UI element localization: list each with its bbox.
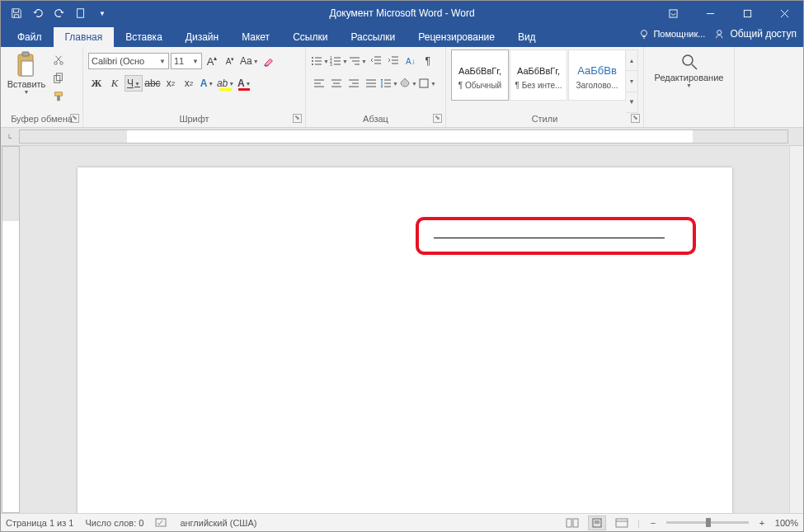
superscript-button[interactable]: x2 — [181, 75, 197, 92]
tab-file[interactable]: Файл — [6, 27, 54, 47]
styles-down-icon[interactable]: ▾ — [626, 71, 637, 92]
tab-home[interactable]: Главная — [54, 27, 115, 47]
document-page[interactable] — [78, 167, 732, 513]
align-center-icon[interactable] — [328, 75, 345, 92]
view-print-icon[interactable] — [588, 516, 606, 530]
vertical-ruler[interactable] — [2, 146, 20, 513]
tab-design[interactable]: Дизайн — [174, 27, 230, 47]
tell-me[interactable]: Помощник... — [638, 28, 705, 40]
indent-icon[interactable] — [385, 53, 402, 69]
styles-dialog-icon[interactable]: ⬊ — [631, 114, 640, 123]
svg-rect-67 — [616, 519, 628, 527]
tab-layout[interactable]: Макет — [230, 27, 281, 47]
cut-icon[interactable] — [50, 53, 67, 68]
italic-button[interactable]: К — [106, 75, 123, 92]
bullets-icon[interactable]: ▼ — [311, 53, 329, 69]
qat-dropdown-icon[interactable]: ▼ — [93, 4, 111, 22]
subscript-button[interactable]: x2 — [162, 75, 179, 92]
underline-button[interactable]: Ч▼ — [125, 75, 143, 92]
multilevel-icon[interactable]: ▼ — [349, 53, 367, 69]
zoom-value[interactable]: 100% — [775, 518, 798, 528]
font-size-combo[interactable]: 11▼ — [171, 53, 202, 69]
tab-review[interactable]: Рецензирование — [407, 27, 506, 47]
minimize-icon[interactable] — [692, 1, 729, 26]
style-no-spacing[interactable]: АаБбВвГг, ¶ Без инте... — [510, 49, 567, 101]
highlight-icon[interactable]: ab▼ — [217, 75, 234, 92]
line-spacing-icon[interactable]: ▼ — [380, 75, 398, 92]
shrink-font-icon[interactable]: A▾ — [222, 53, 238, 69]
redo-icon[interactable] — [50, 4, 68, 22]
ribbon-options-icon[interactable] — [655, 1, 692, 26]
borders-icon[interactable]: ▼ — [418, 75, 436, 92]
format-painter-icon[interactable] — [50, 89, 67, 104]
styles-label: Стили — [532, 114, 558, 124]
justify-icon[interactable] — [363, 75, 379, 92]
zoom-slider[interactable] — [666, 521, 749, 524]
outdent-icon[interactable] — [368, 53, 384, 69]
style-heading1[interactable]: АаБбВв Заголово... — [568, 49, 626, 101]
zoom-out-icon[interactable]: − — [646, 518, 660, 528]
zoom-in-icon[interactable]: + — [755, 518, 769, 528]
font-color-icon[interactable]: A▼ — [236, 75, 252, 92]
styles-up-icon[interactable]: ▴ — [626, 50, 637, 71]
save-icon[interactable] — [7, 4, 26, 22]
svg-line-15 — [56, 56, 61, 62]
svg-line-60 — [692, 64, 697, 69]
horizontal-ruler[interactable] — [19, 129, 788, 144]
share-button[interactable]: Общий доступ — [715, 28, 797, 40]
status-words[interactable]: Число слов: 0 — [85, 518, 143, 528]
pilcrow-icon[interactable]: ¶ — [420, 53, 436, 69]
copy-icon[interactable] — [50, 71, 67, 86]
new-doc-icon[interactable] — [72, 4, 90, 22]
tab-insert[interactable]: Вставка — [114, 27, 174, 47]
svg-point-22 — [312, 57, 313, 59]
tab-selector-icon[interactable]: ˪ — [1, 128, 19, 145]
svg-rect-58 — [420, 79, 428, 87]
font-dialog-icon[interactable]: ⬊ — [293, 114, 302, 123]
clipboard-dialog-icon[interactable]: ⬊ — [70, 114, 79, 123]
vertical-scrollbar[interactable] — [789, 146, 803, 513]
svg-point-26 — [312, 64, 313, 65]
align-left-icon[interactable] — [311, 75, 327, 92]
bold-button[interactable]: Ж — [88, 75, 105, 92]
quick-access-toolbar: ▼ — [1, 4, 111, 22]
svg-point-14 — [60, 62, 63, 65]
status-bar: Страница 1 из 1 Число слов: 0 английский… — [1, 513, 803, 531]
undo-icon[interactable] — [29, 4, 47, 22]
tell-me-label: Помощник... — [653, 29, 705, 39]
numbering-icon[interactable]: 123▼ — [330, 53, 348, 69]
styles-expand-icon[interactable]: ▼ — [626, 92, 637, 112]
maximize-icon[interactable] — [729, 1, 766, 26]
style-normal[interactable]: АаБбВвГг, ¶ Обычный — [451, 49, 509, 101]
bulb-icon — [638, 28, 650, 40]
paste-button[interactable]: Вставить ▼ — [6, 49, 47, 113]
para-dialog-icon[interactable]: ⬊ — [433, 114, 442, 123]
text-effects-icon[interactable]: A▼ — [199, 75, 215, 92]
svg-text:3: 3 — [330, 62, 332, 67]
tab-references[interactable]: Ссылки — [281, 27, 339, 47]
svg-rect-20 — [57, 96, 60, 101]
tab-view[interactable]: Вид — [506, 27, 548, 47]
editing-button[interactable]: Редактирование ▼ — [652, 49, 726, 113]
view-read-icon[interactable] — [563, 516, 581, 530]
sort-icon[interactable]: A↓ — [402, 53, 419, 69]
change-case-icon[interactable]: Aa▼ — [240, 53, 259, 69]
status-language[interactable]: английский (США) — [180, 518, 256, 528]
grow-font-icon[interactable]: A▴ — [204, 53, 220, 69]
close-icon[interactable] — [766, 1, 803, 26]
font-label: Шрифт — [179, 114, 209, 124]
font-name-combo[interactable]: Calibri (Осно▼ — [88, 53, 169, 69]
tab-mailings[interactable]: Рассылки — [339, 27, 407, 47]
styles-gallery-more[interactable]: ▴ ▾ ▼ — [626, 49, 638, 113]
status-proof-icon[interactable] — [155, 516, 168, 530]
shading-icon[interactable]: ▼ — [399, 75, 417, 92]
group-styles: АаБбВвГг, ¶ Обычный АаБбВвГг, ¶ Без инте… — [446, 47, 644, 127]
status-page[interactable]: Страница 1 из 1 — [6, 518, 73, 528]
view-web-icon[interactable] — [613, 516, 631, 530]
svg-point-13 — [54, 62, 58, 65]
strike-button[interactable]: abc — [144, 75, 161, 92]
align-right-icon[interactable] — [346, 75, 362, 92]
group-editing: Редактирование ▼ — [644, 47, 735, 127]
clear-format-icon[interactable] — [261, 53, 277, 69]
ruler-area: ˪ — [1, 128, 803, 146]
